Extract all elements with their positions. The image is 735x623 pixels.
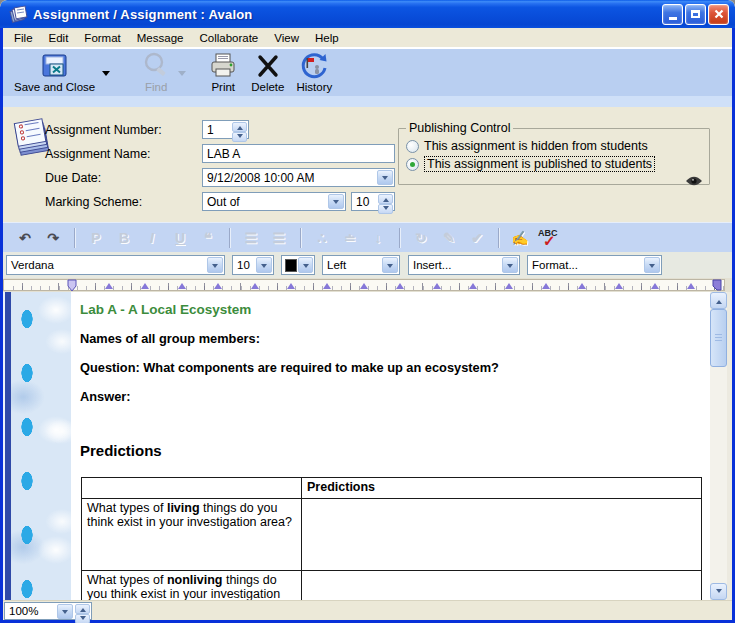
eye-icon: [685, 175, 703, 187]
spin-down-icon[interactable]: [75, 614, 90, 623]
redo-icon[interactable]: ↷: [42, 230, 64, 246]
chevron-down-icon: [716, 589, 722, 596]
tab-stop-marker: [251, 279, 259, 289]
marking-points-spinner[interactable]: 10: [351, 192, 395, 211]
tab-stop-marker: [360, 279, 368, 289]
menu-file[interactable]: File: [6, 30, 41, 46]
right-margin-marker[interactable]: [711, 279, 723, 292]
menu-help[interactable]: Help: [307, 30, 347, 46]
format-combo[interactable]: Format...: [527, 255, 662, 275]
scroll-up-button[interactable]: [710, 292, 727, 309]
marking-scheme-combo[interactable]: Out of: [202, 192, 346, 211]
tab-stop-marker: [505, 279, 513, 289]
menu-collaborate[interactable]: Collaborate: [191, 30, 266, 46]
radio-selected-icon[interactable]: [406, 158, 419, 171]
rotate-icon[interactable]: ↻: [410, 230, 432, 246]
window-title: Assignment / Assignment : Avalon: [33, 7, 660, 22]
vertical-scrollbar[interactable]: [710, 292, 727, 600]
find-options-arrow-icon[interactable]: [178, 71, 186, 80]
underline-icon[interactable]: U: [169, 230, 191, 246]
undo-icon[interactable]: ↶: [14, 230, 36, 246]
spin-down-icon[interactable]: [378, 204, 393, 214]
predictions-table: Predictions What types of living things …: [81, 477, 702, 600]
toolbar-separator: [300, 228, 301, 248]
question-cell[interactable]: What types of nonliving things do you th…: [82, 571, 302, 601]
due-date-combo[interactable]: 9/12/2008 10:00 AM: [202, 168, 395, 187]
chevron-down-icon[interactable]: [382, 257, 398, 273]
answer-cell[interactable]: [302, 499, 702, 571]
table-row: What types of nonliving things do you th…: [82, 571, 702, 601]
bullet-list-icon[interactable]: ☰: [268, 230, 290, 246]
menu-format[interactable]: Format: [76, 30, 128, 46]
chevron-down-icon[interactable]: [377, 170, 393, 185]
toolbar-separator: [229, 228, 230, 248]
menu-message[interactable]: Message: [129, 30, 192, 46]
move-down-icon[interactable]: ↓: [367, 230, 389, 246]
alignment-combo[interactable]: Left: [322, 255, 400, 275]
numbered-list-icon[interactable]: ☰: [240, 230, 262, 246]
scroll-down-button[interactable]: [710, 583, 727, 600]
italic-icon[interactable]: I: [141, 230, 163, 246]
chevron-down-icon[interactable]: [298, 257, 313, 273]
spin-up-icon[interactable]: [75, 604, 90, 614]
chevron-down-icon[interactable]: [644, 257, 660, 273]
text-color-combo[interactable]: [281, 255, 315, 275]
print-button[interactable]: Print: [204, 49, 242, 95]
font-family-combo[interactable]: Verdana: [6, 255, 225, 275]
question-cell[interactable]: What types of living things do you think…: [82, 499, 302, 571]
hidden-option-row[interactable]: This assignment is hidden from students: [406, 139, 703, 153]
header-cell-predictions[interactable]: Predictions: [302, 478, 702, 499]
spellcheck-button[interactable]: ABC ✓: [537, 228, 561, 248]
save-icon: [41, 52, 69, 80]
delete-button[interactable]: Delete: [246, 49, 289, 95]
signature-icon[interactable]: ✍: [509, 230, 531, 246]
editor-page[interactable]: Lab A - A Local Ecosystem Names of all g…: [71, 292, 710, 600]
title-bar: Assignment / Assignment : Avalon: [0, 0, 735, 28]
chevron-down-icon[interactable]: [502, 257, 518, 273]
indent-marks-icon[interactable]: ∴: [311, 230, 333, 246]
menu-bar: File Edit Format Message Collaborate Vie…: [3, 28, 732, 48]
spin-up-icon[interactable]: [232, 122, 247, 132]
chevron-down-icon[interactable]: [207, 257, 223, 273]
print-icon: [209, 52, 237, 80]
menu-view[interactable]: View: [266, 30, 307, 46]
header-cell-empty[interactable]: [82, 478, 302, 499]
answer-cell[interactable]: [302, 571, 702, 601]
paragraph-icon[interactable]: P: [85, 230, 107, 246]
published-option-row[interactable]: This assignment is published to students: [406, 156, 703, 172]
table-row: What types of living things do you think…: [82, 499, 702, 571]
chevron-down-icon[interactable]: [328, 194, 344, 209]
chevron-down-icon[interactable]: [57, 604, 73, 619]
menu-edit[interactable]: Edit: [41, 30, 77, 46]
find-button[interactable]: Find: [136, 49, 176, 95]
ruler[interactable]: [3, 279, 725, 291]
spin-down-icon[interactable]: [232, 132, 247, 142]
font-toolbar: Verdana 10 Left Insert... Format...: [3, 252, 732, 278]
radio-unselected-icon[interactable]: [406, 140, 419, 153]
save-and-close-button[interactable]: Save and Close: [9, 49, 100, 95]
bold-icon[interactable]: B: [113, 230, 135, 246]
zoom-control[interactable]: 100%: [4, 602, 92, 620]
indent-icon[interactable]: ≐: [339, 230, 361, 246]
history-button[interactable]: History: [291, 49, 337, 95]
maximize-button[interactable]: [685, 4, 706, 25]
chevron-down-icon[interactable]: [256, 257, 272, 273]
assignment-number-spinner[interactable]: 1: [202, 120, 249, 139]
minimize-button[interactable]: [662, 4, 683, 25]
save-options-arrow-icon[interactable]: [102, 71, 110, 80]
left-margin-marker[interactable]: [67, 279, 78, 292]
chevron-up-icon: [716, 297, 722, 304]
font-size-combo[interactable]: 10: [232, 255, 274, 275]
zoom-spinner[interactable]: [75, 604, 90, 620]
quote-icon[interactable]: ❝: [197, 230, 219, 246]
insert-combo[interactable]: Insert...: [408, 255, 520, 275]
accept-icon[interactable]: ✔: [466, 230, 488, 246]
assignment-number-label: Assignment Number:: [45, 123, 162, 137]
close-button[interactable]: [708, 4, 729, 25]
scrollbar-thumb[interactable]: [710, 309, 727, 367]
assignment-name-field[interactable]: LAB A: [202, 144, 395, 163]
tab-stop-marker: [687, 279, 695, 289]
check-icon: ✓: [543, 232, 556, 250]
pencil-icon[interactable]: ✎: [438, 230, 460, 246]
spin-up-icon[interactable]: [378, 194, 393, 204]
